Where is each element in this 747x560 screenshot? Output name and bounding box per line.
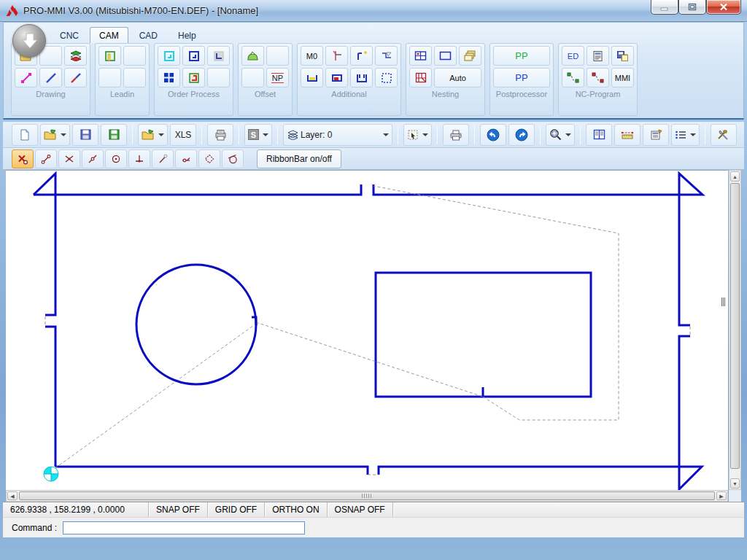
snap-endpoint-button[interactable] [35,149,57,168]
save-as-button[interactable] [101,124,127,146]
vertical-scrollbar[interactable]: ▲ ▼ [729,170,741,490]
osnap-toggle[interactable]: OSNAP OFF [328,502,393,518]
origin-marker[interactable] [44,467,51,474]
xls-export-button[interactable]: XLS [170,124,196,146]
vertical-scroll-thumb[interactable] [730,183,740,469]
list-options-button[interactable] [671,124,700,146]
import-file-button[interactable] [138,124,168,146]
new-file-button[interactable] [12,124,38,146]
postprocessor-run-button[interactable]: PP [493,46,550,66]
properties-button[interactable] [643,124,669,146]
draw-line-button[interactable] [39,68,62,88]
additional-m0-button[interactable]: M0 [301,46,323,66]
snap-tangent-circle-button[interactable] [222,149,244,168]
cad-drawing[interactable] [6,171,728,491]
offset-kerf-button[interactable] [241,46,264,66]
undo-button[interactable] [480,124,506,146]
minimize-button[interactable] [651,0,678,15]
horizontal-scroll-thumb[interactable] [19,491,715,500]
layer-manager-button[interactable] [64,46,87,66]
snap-center-button[interactable] [105,149,127,168]
save-file-button[interactable] [72,124,98,146]
plot-output-button[interactable] [207,124,233,146]
measure-button[interactable] [614,124,640,146]
snap-perpendicular-button[interactable] [128,149,150,168]
order-manual-button[interactable] [182,46,205,66]
s-dropdown-arrow-icon[interactable] [263,133,268,136]
ortho-toggle[interactable]: ORTHO ON [265,502,327,518]
additional-corner-button[interactable] [350,46,373,66]
open-dropdown-arrow-icon[interactable] [61,133,66,136]
ribbonbar-toggle-button[interactable]: RibbonBar on/off [257,149,341,168]
pane-splitter-grip[interactable] [719,295,727,308]
selection-dropdown-arrow-icon[interactable] [422,133,428,136]
nc-simulate-back-button[interactable] [587,68,609,88]
nc-editor-button[interactable]: ED [562,46,584,66]
zoom-button[interactable] [546,124,575,146]
offset-np-button[interactable]: NP [266,68,289,88]
layer-select-combo[interactable]: Layer: 0 [283,124,392,146]
nesting-parts-button[interactable] [459,46,481,66]
snap-none-button[interactable] [12,149,34,168]
additional-stop-point-button[interactable] [325,46,348,66]
order-blocks-button[interactable] [158,68,180,88]
selection-mode-button[interactable] [403,124,432,146]
nesting-manual-button[interactable] [409,68,432,88]
close-button[interactable] [706,0,741,15]
open-file-button[interactable] [40,124,70,146]
nc-save-button[interactable] [611,46,634,66]
horizontal-scrollbar[interactable]: ◀ ▶ [6,490,728,502]
nc-view-button[interactable] [587,46,609,66]
additional-bridge-button[interactable] [375,46,398,66]
grid-toggle[interactable]: GRID OFF [208,502,265,518]
tab-cnc[interactable]: CNC [50,27,88,43]
nesting-plate-button[interactable] [434,46,457,66]
print-button[interactable] [443,124,469,146]
postprocessor-settings-button[interactable]: PP [493,68,550,88]
contour-segment[interactable] [45,327,55,467]
snap-intersection-button[interactable] [58,149,80,168]
draw-construction-line-button[interactable] [64,68,87,88]
scroll-up-arrow-icon[interactable]: ▲ [730,171,740,182]
snap-nearest-button[interactable] [175,149,197,168]
cad-canvas[interactable] [6,170,728,490]
snap-quadrant-button[interactable] [198,149,220,168]
nesting-auto-button[interactable]: Auto [434,68,481,88]
order-single-button[interactable] [207,46,230,66]
additional-select-area-button[interactable] [375,68,398,88]
maximize-button[interactable] [678,0,706,15]
draw-polyline-button[interactable] [15,68,37,88]
zoom-dropdown-arrow-icon[interactable] [565,133,571,136]
snap-tangent-button[interactable] [152,149,174,168]
nc-mmi-button[interactable]: MMI [611,68,634,88]
table-view-button[interactable] [586,124,612,146]
additional-pocket-closed-button[interactable] [350,68,373,88]
layer-dropdown-arrow-icon[interactable] [383,133,389,136]
additional-pocket-open-button[interactable] [301,68,323,88]
origin-marker[interactable] [51,474,58,481]
contour-segment[interactable] [34,184,361,195]
rapid-traverse-path[interactable] [51,325,254,471]
list-dropdown-arrow-icon[interactable] [690,133,696,136]
snap-midpoint-button[interactable] [82,149,104,168]
contour-segment[interactable] [55,467,368,475]
redo-button[interactable] [508,124,535,146]
nc-simulate-forward-button[interactable] [562,68,584,88]
scroll-down-arrow-icon[interactable]: ▼ [730,478,740,489]
contour-segment[interactable] [376,273,591,397]
rapid-traverse-path[interactable] [374,186,619,420]
leadin-edit-button[interactable] [98,46,121,66]
order-check-button[interactable] [182,68,205,88]
command-input[interactable] [63,521,305,534]
contour-segment[interactable] [374,174,703,325]
rapid-traverse-path[interactable] [256,322,483,397]
scroll-left-arrow-icon[interactable]: ◀ [7,491,18,500]
import-dropdown-arrow-icon[interactable] [158,133,164,136]
origin-marker[interactable] [44,474,51,481]
tab-cam[interactable]: CAM [90,27,128,43]
tools-button[interactable] [711,124,737,146]
tab-cad[interactable]: CAD [130,27,167,43]
app-menu-orb[interactable] [12,24,46,58]
order-auto-button[interactable] [158,46,180,66]
additional-pocket-rect-button[interactable] [325,68,348,88]
